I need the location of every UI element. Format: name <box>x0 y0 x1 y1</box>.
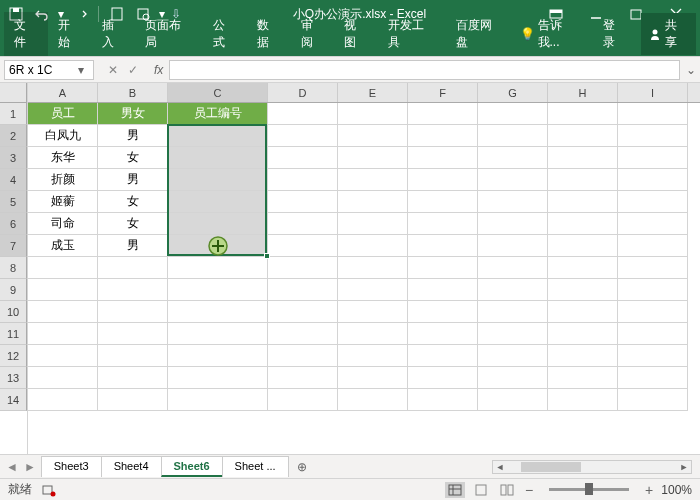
cell-E12[interactable] <box>338 345 408 367</box>
column-header-E[interactable]: E <box>338 83 408 102</box>
cell-H1[interactable] <box>548 103 618 125</box>
tab-insert[interactable]: 插入 <box>92 12 136 56</box>
cell-I6[interactable] <box>618 213 688 235</box>
fx-label[interactable]: fx <box>148 63 169 77</box>
cell-G10[interactable] <box>478 301 548 323</box>
cell-I13[interactable] <box>618 367 688 389</box>
cell-G4[interactable] <box>478 169 548 191</box>
zoom-value[interactable]: 100% <box>661 483 692 497</box>
cell-H7[interactable] <box>548 235 618 257</box>
tab-baidu[interactable]: 百度网盘 <box>446 12 514 56</box>
cell-C5[interactable] <box>168 191 268 213</box>
cell-B5[interactable]: 女 <box>98 191 168 213</box>
scrollbar-thumb[interactable] <box>521 462 581 472</box>
cell-H10[interactable] <box>548 301 618 323</box>
login-button[interactable]: 登录 <box>593 12 637 56</box>
expand-formula-bar[interactable]: ⌄ <box>686 63 696 77</box>
zoom-out-button[interactable]: − <box>523 482 535 498</box>
cells-area[interactable]: 员工男女员工编号白凤九男东华女折颜男姬蘅女司命女成玉男 <box>28 103 700 411</box>
cell-B3[interactable]: 女 <box>98 147 168 169</box>
sheet-tab-Sheet6[interactable]: Sheet6 <box>161 456 223 477</box>
cell-G14[interactable] <box>478 389 548 411</box>
row-header-7[interactable]: 7 <box>0 235 27 257</box>
cell-H11[interactable] <box>548 323 618 345</box>
cell-C12[interactable] <box>168 345 268 367</box>
row-header-12[interactable]: 12 <box>0 345 27 367</box>
view-page-layout-button[interactable] <box>471 482 491 498</box>
row-header-8[interactable]: 8 <box>0 257 27 279</box>
cell-F13[interactable] <box>408 367 478 389</box>
cell-A2[interactable]: 白凤九 <box>28 125 98 147</box>
cell-I1[interactable] <box>618 103 688 125</box>
cell-D11[interactable] <box>268 323 338 345</box>
column-header-F[interactable]: F <box>408 83 478 102</box>
cell-C6[interactable] <box>168 213 268 235</box>
cell-I9[interactable] <box>618 279 688 301</box>
cell-D4[interactable] <box>268 169 338 191</box>
cell-G8[interactable] <box>478 257 548 279</box>
cell-D5[interactable] <box>268 191 338 213</box>
cell-I2[interactable] <box>618 125 688 147</box>
cell-G2[interactable] <box>478 125 548 147</box>
cell-C2[interactable] <box>168 125 268 147</box>
cell-B10[interactable] <box>98 301 168 323</box>
cell-F14[interactable] <box>408 389 478 411</box>
cell-H13[interactable] <box>548 367 618 389</box>
cell-C3[interactable] <box>168 147 268 169</box>
tab-review[interactable]: 审阅 <box>291 12 335 56</box>
cell-B8[interactable] <box>98 257 168 279</box>
cell-A9[interactable] <box>28 279 98 301</box>
cell-D14[interactable] <box>268 389 338 411</box>
cell-E10[interactable] <box>338 301 408 323</box>
cell-A5[interactable]: 姬蘅 <box>28 191 98 213</box>
cell-I5[interactable] <box>618 191 688 213</box>
cell-C9[interactable] <box>168 279 268 301</box>
column-header-H[interactable]: H <box>548 83 618 102</box>
row-header-6[interactable]: 6 <box>0 213 27 235</box>
sheet-tab-Sheet3[interactable]: Sheet3 <box>41 456 102 477</box>
cell-A6[interactable]: 司命 <box>28 213 98 235</box>
zoom-in-button[interactable]: + <box>643 482 655 498</box>
row-header-4[interactable]: 4 <box>0 169 27 191</box>
cell-A8[interactable] <box>28 257 98 279</box>
cell-H3[interactable] <box>548 147 618 169</box>
row-header-2[interactable]: 2 <box>0 125 27 147</box>
cell-H4[interactable] <box>548 169 618 191</box>
cell-A7[interactable]: 成玉 <box>28 235 98 257</box>
cell-H12[interactable] <box>548 345 618 367</box>
cell-C13[interactable] <box>168 367 268 389</box>
sheet-nav-next[interactable]: ► <box>24 460 36 474</box>
cell-E1[interactable] <box>338 103 408 125</box>
cell-I11[interactable] <box>618 323 688 345</box>
cell-A12[interactable] <box>28 345 98 367</box>
tab-formulas[interactable]: 公式 <box>203 12 247 56</box>
tab-developer[interactable]: 开发工具 <box>378 12 446 56</box>
tab-layout[interactable]: 页面布局 <box>135 12 203 56</box>
cell-G12[interactable] <box>478 345 548 367</box>
sheet-tab-Sheet[interactable]: Sheet ... <box>222 456 289 477</box>
cell-H8[interactable] <box>548 257 618 279</box>
cell-I4[interactable] <box>618 169 688 191</box>
cell-A10[interactable] <box>28 301 98 323</box>
cell-D2[interactable] <box>268 125 338 147</box>
cell-D7[interactable] <box>268 235 338 257</box>
cell-B11[interactable] <box>98 323 168 345</box>
cell-D3[interactable] <box>268 147 338 169</box>
cell-I3[interactable] <box>618 147 688 169</box>
cell-A13[interactable] <box>28 367 98 389</box>
tab-data[interactable]: 数据 <box>247 12 291 56</box>
cell-A4[interactable]: 折颜 <box>28 169 98 191</box>
share-button[interactable]: 共享 <box>641 13 697 55</box>
cell-I14[interactable] <box>618 389 688 411</box>
cell-E13[interactable] <box>338 367 408 389</box>
cell-G6[interactable] <box>478 213 548 235</box>
column-header-B[interactable]: B <box>98 83 168 102</box>
cell-F7[interactable] <box>408 235 478 257</box>
row-header-3[interactable]: 3 <box>0 147 27 169</box>
sheet-tab-Sheet4[interactable]: Sheet4 <box>101 456 162 477</box>
cell-E9[interactable] <box>338 279 408 301</box>
cell-A11[interactable] <box>28 323 98 345</box>
cell-E6[interactable] <box>338 213 408 235</box>
cell-G11[interactable] <box>478 323 548 345</box>
cell-D1[interactable] <box>268 103 338 125</box>
